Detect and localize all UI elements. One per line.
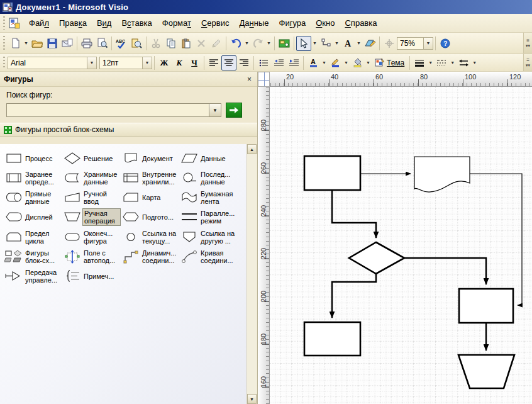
shapes-window-button[interactable] xyxy=(277,36,292,51)
delete-button[interactable] xyxy=(194,36,209,51)
stencil-shape-manual-input[interactable]: Ручной ввод xyxy=(62,188,121,207)
bullets-button[interactable] xyxy=(256,55,271,70)
stencil-shape-terminator[interactable]: Оконеч... фигура xyxy=(62,227,121,247)
flowchart-process-3[interactable] xyxy=(459,289,513,323)
zoom-dropdown[interactable]: ▼ xyxy=(423,38,433,49)
shape-search-go-button[interactable] xyxy=(226,103,242,118)
drawing-canvas[interactable] xyxy=(270,87,532,404)
font-color-dropdown[interactable]: ▼ xyxy=(321,55,328,70)
new-document-button[interactable] xyxy=(8,36,23,51)
stencil-shape-display[interactable]: Дисплей xyxy=(4,207,62,227)
stencil-shape-auto-size-box[interactable]: Поле с автопод... xyxy=(62,247,121,266)
menu-вставка[interactable]: Вставка xyxy=(116,16,157,30)
scroll-up-button[interactable]: ▲ xyxy=(247,144,257,154)
drawing-tools-button[interactable] xyxy=(362,36,377,51)
italic-button[interactable]: К xyxy=(172,55,187,70)
toolbar-grip[interactable] xyxy=(2,16,6,29)
stencil-shape-preparation[interactable]: Подгото... xyxy=(121,207,179,227)
pointer-tool-button[interactable] xyxy=(296,36,311,51)
stencil-shape-card[interactable]: Карта xyxy=(121,188,179,207)
underline-button[interactable]: Ч xyxy=(187,55,202,70)
open-button[interactable] xyxy=(30,36,45,51)
line-pattern-dropdown[interactable]: ▼ xyxy=(449,55,456,70)
redo-button[interactable] xyxy=(250,36,265,51)
paste-button[interactable] xyxy=(179,36,194,51)
font-size-dropdown[interactable]: ▼ xyxy=(142,57,152,69)
font-combo[interactable]: Arial ▼ xyxy=(8,57,97,69)
stencil-shape-sequential-data[interactable]: Послед... данные xyxy=(179,168,238,188)
increase-indent-button[interactable] xyxy=(286,55,301,70)
pan-zoom-button[interactable] xyxy=(382,36,397,51)
menu-фигура[interactable]: Фигура xyxy=(274,16,311,30)
stencil-shape-flowchart-shapes[interactable]: Фигуры блок-сх... xyxy=(4,247,62,266)
flowchart-process-2[interactable] xyxy=(304,322,360,356)
stencil-title-bar[interactable]: Фигуры простой блок-схемы xyxy=(0,123,257,137)
stencil-shape-control-transfer[interactable]: Передача управле... xyxy=(4,266,62,286)
stencil-shape-manual-operation[interactable]: Ручная операция xyxy=(62,207,121,227)
research-button[interactable] xyxy=(129,36,144,51)
line-color-dropdown[interactable]: ▼ xyxy=(343,55,350,70)
stencil-shape-predefined[interactable]: Заранее опреде... xyxy=(4,168,62,188)
stencil-shape-data[interactable]: Данные xyxy=(179,149,238,168)
mail-button[interactable] xyxy=(60,36,75,51)
shape-search-input[interactable] xyxy=(6,103,209,117)
menu-вид[interactable]: Вид xyxy=(92,16,117,30)
menu-правка[interactable]: Правка xyxy=(54,16,92,30)
document-menu-icon[interactable] xyxy=(9,18,20,29)
copy-button[interactable] xyxy=(163,36,179,51)
stencil-shape-loop-limit[interactable]: Предел цикла xyxy=(4,227,62,247)
print-preview-button[interactable] xyxy=(94,36,109,51)
stencil-shape-annotation[interactable]: Примеч... xyxy=(62,266,121,286)
stencil-shape-process[interactable]: Процесс xyxy=(4,149,62,168)
toolbar-grip[interactable] xyxy=(2,57,6,69)
stencil-shape-paper-tape[interactable]: Бумажная лента xyxy=(179,188,238,207)
font-dropdown[interactable]: ▼ xyxy=(87,57,96,69)
help-button[interactable]: ? xyxy=(438,36,453,51)
toolbar-options-button[interactable]: ≡▾▾ xyxy=(523,54,532,71)
stencil-shape-on-page-ref[interactable]: Ссылка на текущу... xyxy=(121,227,179,247)
text-tool-button[interactable]: A xyxy=(340,36,355,51)
stencil-shape-direct-data[interactable]: Прямые данные xyxy=(4,188,62,207)
stencil-shape-curved-connector[interactable]: Кривая соедини... xyxy=(179,247,238,266)
menu-справка[interactable]: Справка xyxy=(340,16,382,30)
menu-файл[interactable]: Файл xyxy=(24,16,54,30)
align-center-button[interactable] xyxy=(221,55,236,70)
fill-color-dropdown[interactable]: ▼ xyxy=(365,55,372,70)
stencil-shape-off-page-ref[interactable]: Ссылка на другую ... xyxy=(179,227,238,247)
font-size-combo[interactable]: 12пт ▼ xyxy=(99,57,152,69)
toolbar-grip[interactable] xyxy=(2,36,6,50)
text-tool-dropdown[interactable]: ▼ xyxy=(355,36,362,51)
align-left-button[interactable] xyxy=(206,55,221,70)
undo-dropdown[interactable]: ▼ xyxy=(243,36,250,51)
stencil-shape-decision[interactable]: Решение xyxy=(62,149,121,168)
cut-button[interactable] xyxy=(148,36,163,51)
stencil-shape-dynamic-connector[interactable]: Динамич... соедини... xyxy=(121,247,179,266)
align-right-button[interactable] xyxy=(236,55,252,70)
line-ends-dropdown[interactable]: ▼ xyxy=(471,55,478,70)
stencil-scrollbar[interactable]: ▲ ▼ xyxy=(247,144,257,404)
stencil-shape-internal-storage[interactable]: Внутренне хранили... xyxy=(121,168,179,188)
new-document-dropdown[interactable]: ▼ xyxy=(23,36,30,51)
format-painter-button[interactable] xyxy=(209,36,224,51)
line-weight-dropdown[interactable]: ▼ xyxy=(427,55,434,70)
menu-окно[interactable]: Окно xyxy=(311,16,340,30)
connector-tool-dropdown[interactable]: ▼ xyxy=(333,36,340,51)
save-button[interactable] xyxy=(45,36,60,51)
redo-dropdown[interactable]: ▼ xyxy=(265,36,272,51)
connector-tool-button[interactable] xyxy=(318,36,333,51)
bold-button[interactable]: Ж xyxy=(157,55,172,70)
font-color-button[interactable]: A xyxy=(306,55,321,70)
line-pattern-button[interactable] xyxy=(434,55,449,70)
scroll-down-button[interactable]: ▼ xyxy=(247,394,257,404)
flowchart-process-1[interactable] xyxy=(304,156,360,190)
theme-button[interactable]: Тема xyxy=(372,55,407,70)
shape-search-dropdown[interactable]: ▼ xyxy=(209,103,221,117)
line-weight-button[interactable] xyxy=(412,55,427,70)
decrease-indent-button[interactable] xyxy=(271,55,286,70)
print-button[interactable] xyxy=(79,36,94,51)
zoom-combo[interactable]: 75% ▼ xyxy=(397,37,433,50)
line-color-button[interactable] xyxy=(328,55,343,70)
close-icon[interactable]: × xyxy=(245,75,253,84)
menu-данные[interactable]: Данные xyxy=(235,16,274,30)
stencil-shape-parallel-mode[interactable]: Паралле... режим xyxy=(179,207,238,227)
